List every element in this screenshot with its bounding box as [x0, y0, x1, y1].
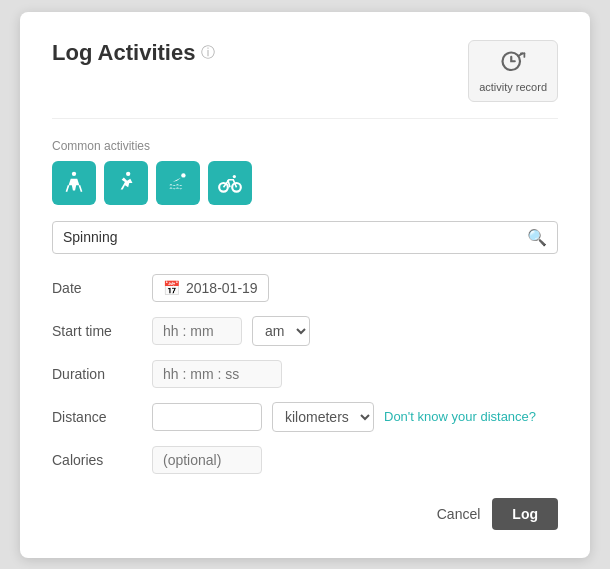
activity-record-button[interactable]: activity record — [468, 40, 558, 102]
distance-input[interactable] — [152, 403, 262, 431]
swimming-icon — [165, 170, 191, 196]
log-button[interactable]: Log — [492, 498, 558, 530]
search-row: 🔍 — [52, 221, 558, 254]
walking-icon — [61, 170, 87, 196]
activity-icons-row — [52, 161, 558, 205]
date-label: Date — [52, 280, 142, 296]
date-picker[interactable]: 📅 2018-01-19 — [152, 274, 269, 302]
form-section: Date 📅 2018-01-19 Start time am pm Durat… — [52, 274, 558, 474]
calories-input[interactable] — [152, 446, 262, 474]
svg-point-7 — [126, 171, 130, 175]
search-icon: 🔍 — [527, 228, 547, 247]
svg-line-6 — [79, 185, 81, 192]
cycling-icon — [217, 170, 243, 196]
activity-icon-swimming[interactable] — [156, 161, 200, 205]
title-row: Log Activities ⓘ — [52, 40, 215, 66]
svg-line-5 — [66, 185, 68, 192]
calendar-icon: 📅 — [163, 280, 180, 296]
divider — [52, 118, 558, 119]
svg-point-10 — [232, 183, 241, 192]
unit-select[interactable]: kilometers miles — [272, 402, 374, 432]
calories-row: Calories — [52, 446, 558, 474]
svg-point-4 — [72, 171, 76, 175]
activity-record-label: activity record — [479, 81, 547, 93]
activity-icon-walking[interactable] — [52, 161, 96, 205]
duration-row: Duration — [52, 360, 558, 388]
common-activities-label: Common activities — [52, 139, 558, 153]
modal-header: Log Activities ⓘ activity record — [52, 40, 558, 102]
calories-label: Calories — [52, 452, 142, 468]
page-title: Log Activities — [52, 40, 195, 66]
svg-point-8 — [181, 173, 185, 177]
distance-row: Distance kilometers miles Don't know you… — [52, 402, 558, 432]
modal-footer: Cancel Log — [52, 498, 558, 530]
running-icon — [113, 170, 139, 196]
svg-point-11 — [233, 174, 236, 177]
dont-know-distance-link[interactable]: Don't know your distance? — [384, 409, 536, 424]
ampm-select[interactable]: am pm — [252, 316, 310, 346]
start-time-row: Start time am pm — [52, 316, 558, 346]
duration-label: Duration — [52, 366, 142, 382]
activity-record-icon — [499, 49, 527, 77]
distance-label: Distance — [52, 409, 142, 425]
activity-icon-running[interactable] — [104, 161, 148, 205]
cancel-button[interactable]: Cancel — [437, 506, 481, 522]
date-value: 2018-01-19 — [186, 280, 258, 296]
help-icon[interactable]: ⓘ — [201, 44, 215, 62]
start-time-label: Start time — [52, 323, 142, 339]
duration-input[interactable] — [152, 360, 282, 388]
activity-icon-cycling[interactable] — [208, 161, 252, 205]
search-input[interactable] — [63, 229, 527, 245]
date-row: Date 📅 2018-01-19 — [52, 274, 558, 302]
start-time-input[interactable] — [152, 317, 242, 345]
log-activities-modal: Log Activities ⓘ activity record Common … — [20, 12, 590, 558]
